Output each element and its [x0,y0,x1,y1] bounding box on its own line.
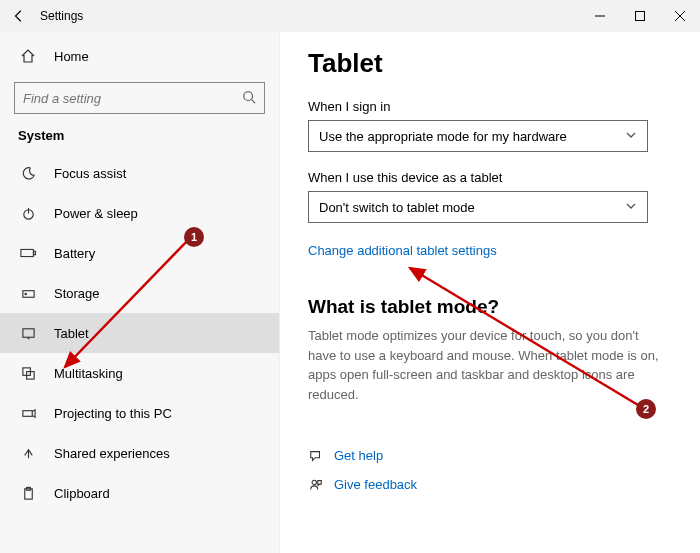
svg-rect-9 [34,251,36,255]
sidebar-item-label: Multitasking [54,366,123,381]
svg-point-11 [25,293,26,294]
feedback-icon [308,478,324,492]
projector-icon [18,406,38,421]
annotation-badge-1: 1 [184,227,204,247]
share-icon [18,446,38,461]
tablet-icon [18,326,38,341]
chevron-down-icon [625,129,637,144]
svg-rect-8 [21,249,33,256]
tabletuse-dropdown[interactable]: Don't switch to tablet mode [308,191,648,223]
battery-icon [18,248,38,258]
sidebar-item-label: Power & sleep [54,206,138,221]
what-is-tablet-header: What is tablet mode? [308,296,676,318]
minimize-button[interactable] [580,0,620,32]
window-controls [580,0,700,32]
signin-dropdown[interactable]: Use the appropriate mode for my hardware [308,120,648,152]
titlebar: Settings [0,0,700,32]
additional-tablet-settings-link[interactable]: Change additional tablet settings [308,243,497,258]
maximize-icon [635,11,645,21]
storage-icon [18,286,38,301]
back-button[interactable] [8,5,30,27]
help-icon [308,449,324,463]
annotation-badge-2: 2 [636,399,656,419]
sidebar-item-focus-assist[interactable]: Focus assist [0,153,279,193]
search-input[interactable] [23,91,242,106]
home-nav[interactable]: Home [0,36,279,76]
search-input-wrap[interactable] [14,82,265,114]
sidebar-section-header: System [0,124,279,153]
sidebar-item-label: Focus assist [54,166,126,181]
sidebar-item-label: Storage [54,286,100,301]
sidebar-item-label: Battery [54,246,95,261]
sidebar-item-projecting[interactable]: Projecting to this PC [0,393,279,433]
give-feedback-link[interactable]: Give feedback [334,477,417,492]
window-title: Settings [40,9,83,23]
clipboard-icon [18,486,38,501]
arrow-left-icon [12,9,26,23]
sidebar-item-tablet[interactable]: Tablet [0,313,279,353]
svg-point-20 [312,480,316,484]
sidebar-item-shared-experiences[interactable]: Shared experiences [0,433,279,473]
signin-label: When I sign in [308,99,676,114]
minimize-icon [595,11,605,21]
chevron-down-icon [625,200,637,215]
sidebar-item-multitasking[interactable]: Multitasking [0,353,279,393]
sidebar-item-label: Projecting to this PC [54,406,172,421]
sidebar-item-label: Tablet [54,326,89,341]
close-icon [675,11,685,21]
search-icon [242,90,256,107]
multitasking-icon [18,366,38,381]
signin-value: Use the appropriate mode for my hardware [319,129,567,144]
close-button[interactable] [660,0,700,32]
tabletuse-label: When I use this device as a tablet [308,170,676,185]
what-is-tablet-body: Tablet mode optimizes your device for to… [308,326,668,404]
get-help-link[interactable]: Get help [334,448,383,463]
page-title: Tablet [308,48,676,79]
sidebar: Home System Focus assist Power & [0,32,280,553]
sidebar-item-storage[interactable]: Storage [0,273,279,313]
sidebar-nav-list: Focus assist Power & sleep Battery Stora… [0,153,279,553]
home-label: Home [54,49,89,64]
content-pane: Tablet When I sign in Use the appropriat… [280,32,700,553]
sidebar-item-label: Clipboard [54,486,110,501]
power-icon [18,206,38,221]
moon-icon [18,166,38,181]
svg-rect-1 [636,12,645,21]
tabletuse-value: Don't switch to tablet mode [319,200,475,215]
svg-line-5 [252,99,256,103]
svg-rect-16 [22,410,31,416]
sidebar-item-battery[interactable]: Battery [0,233,279,273]
svg-point-4 [244,91,253,100]
home-icon [18,48,38,64]
sidebar-item-label: Shared experiences [54,446,170,461]
svg-rect-12 [22,328,33,336]
sidebar-item-clipboard[interactable]: Clipboard [0,473,279,513]
sidebar-item-power-sleep[interactable]: Power & sleep [0,193,279,233]
maximize-button[interactable] [620,0,660,32]
